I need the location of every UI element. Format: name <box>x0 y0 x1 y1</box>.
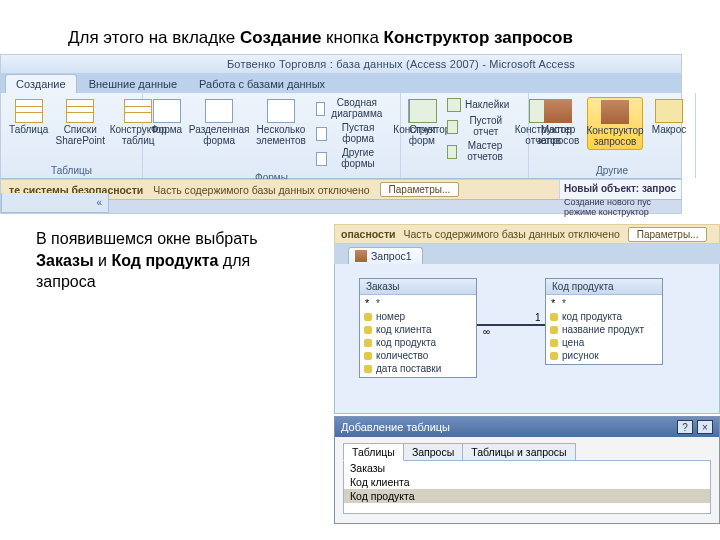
group-label-other: Другие <box>535 163 689 176</box>
security-message: Часть содержимого базы данных отключено <box>153 184 369 196</box>
table-orders-title: Заказы <box>360 279 476 295</box>
table-design-icon <box>124 99 152 123</box>
btn-blank-form[interactable]: Пустая форма <box>314 122 387 145</box>
chevron-left-icon: « <box>96 197 102 208</box>
access-window-ribbon: Ботвенко Торговля : база данных (Access … <box>0 54 682 214</box>
field-delivery-date[interactable]: дата поставки <box>360 362 476 375</box>
field-number[interactable]: номер <box>360 310 476 323</box>
list-item-client-id[interactable]: Код клиента <box>344 475 710 489</box>
btn-blank-report[interactable]: Пустой отчет <box>445 115 511 138</box>
query-wizard-icon <box>544 99 572 123</box>
ribbon-tabs: Создание Внешние данные Работа с базами … <box>1 73 681 93</box>
report-wizard-icon <box>447 145 457 159</box>
dialog-tab-queries[interactable]: Запросы <box>403 443 463 461</box>
access-window-query: опасности Часть содержимого базы данных … <box>334 224 720 524</box>
security-bar-bottom: опасности Часть содержимого базы данных … <box>334 224 720 244</box>
query-design-canvas[interactable]: Заказы * номер код клиента код продукта … <box>334 264 720 414</box>
group-reports: Отчет Наклейки Пустой отчет Мастер отчет… <box>401 93 529 178</box>
btn-table[interactable]: Таблица <box>7 97 50 138</box>
labels-icon <box>447 98 461 112</box>
report-icon <box>409 99 437 123</box>
group-forms: Форма Разделенная форма Несколько элемен… <box>143 93 401 178</box>
table-product-code[interactable]: Код продукта * код продукта название про… <box>545 278 663 365</box>
query-design-icon <box>601 100 629 124</box>
field-price[interactable]: цена <box>546 336 662 349</box>
sharepoint-icon <box>66 99 94 123</box>
group-tables: Таблица Списки SharePoint Конструктор та… <box>1 93 143 178</box>
btn-labels[interactable]: Наклейки <box>445 97 511 113</box>
dialog-close-button[interactable]: × <box>697 420 713 434</box>
group-label-reports <box>407 174 522 176</box>
dialog-tab-tables[interactable]: Таблицы <box>343 443 404 461</box>
rel-many-label: ∞ <box>481 326 492 337</box>
btn-multiple-items[interactable]: Несколько элементов <box>254 97 308 148</box>
field-client-id[interactable]: код клиента <box>360 323 476 336</box>
dialog-help-button[interactable]: ? <box>677 420 693 434</box>
btn-report[interactable]: Отчет <box>407 97 439 138</box>
tab-query1[interactable]: Запрос1 <box>348 247 423 264</box>
query-icon <box>355 250 367 262</box>
tab-create[interactable]: Создание <box>5 74 77 93</box>
security-message: Часть содержимого базы данных отключено <box>404 228 620 240</box>
rel-one-label: 1 <box>533 312 543 323</box>
macro-icon <box>655 99 683 123</box>
form-icon <box>153 99 181 123</box>
blank-form-icon <box>316 127 328 141</box>
btn-report-wizard[interactable]: Мастер отчетов <box>445 140 511 163</box>
blank-report-icon <box>447 120 458 134</box>
btn-query-design[interactable]: Конструктор запросов <box>587 97 643 150</box>
options-button[interactable]: Параметры... <box>628 227 708 242</box>
table-product-title: Код продукта <box>546 279 662 295</box>
document-tabs: Запрос1 <box>334 244 720 264</box>
btn-more-forms[interactable]: Другие формы <box>314 147 387 170</box>
field-product-name[interactable]: название продукт <box>546 323 662 336</box>
table-orders[interactable]: Заказы * номер код клиента код продукта … <box>359 278 477 378</box>
field-picture[interactable]: рисунок <box>546 349 662 362</box>
security-warning-label: опасности <box>341 228 396 240</box>
dialog-title: Добавление таблицы <box>341 421 450 433</box>
title-bar: Ботвенко Торговля : база данных (Access … <box>1 55 681 73</box>
ribbon: Таблица Списки SharePoint Конструктор та… <box>1 93 681 179</box>
field-product-id[interactable]: код продукта <box>546 310 662 323</box>
btn-split-form[interactable]: Разделенная форма <box>190 97 248 148</box>
multi-items-icon <box>267 99 295 123</box>
field-star[interactable]: * <box>546 297 662 310</box>
list-item-orders[interactable]: Заказы <box>344 461 710 475</box>
btn-form[interactable]: Форма <box>149 97 184 138</box>
split-form-icon <box>205 99 233 123</box>
btn-sharepoint-lists[interactable]: Списки SharePoint <box>56 97 104 148</box>
options-button[interactable]: Параметры... <box>380 182 460 197</box>
dialog-table-list[interactable]: Заказы Код клиента Код продукта <box>343 460 711 514</box>
show-table-dialog: Добавление таблицы ? × Таблицы Запросы Т… <box>334 416 720 524</box>
btn-pivot-chart[interactable]: Сводная диаграмма <box>314 97 387 120</box>
btn-macro[interactable]: Макрос <box>649 97 689 138</box>
instruction-1: Для этого на вкладке Создание кнопка Кон… <box>68 28 573 48</box>
group-label-tables: Таблицы <box>7 163 136 176</box>
btn-query-wizard[interactable]: Мастер запросов <box>535 97 581 148</box>
field-star[interactable]: * <box>360 297 476 310</box>
tab-external-data[interactable]: Внешние данные <box>79 75 187 93</box>
field-quantity[interactable]: количество <box>360 349 476 362</box>
nav-pane-collapse[interactable]: « <box>1 193 109 213</box>
dialog-tab-both[interactable]: Таблицы и запросы <box>462 443 575 461</box>
table-icon <box>15 99 43 123</box>
dialog-tabs: Таблицы Запросы Таблицы и запросы <box>343 443 711 461</box>
field-product-id[interactable]: код продукта <box>360 336 476 349</box>
instruction-2: В появившемся окне выбрать Заказы и Код … <box>36 228 296 293</box>
list-item-product-id[interactable]: Код продукта <box>344 489 710 503</box>
tab-database-tools[interactable]: Работа с базами данных <box>189 75 335 93</box>
pivot-chart-icon <box>316 102 325 116</box>
dialog-titlebar[interactable]: Добавление таблицы ? × <box>335 417 719 437</box>
tooltip-panel: Новый объект: запрос Создание нового пус… <box>559 180 681 199</box>
group-other: Мастер запросов Конструктор запросов Мак… <box>529 93 696 178</box>
more-forms-icon <box>316 152 327 166</box>
